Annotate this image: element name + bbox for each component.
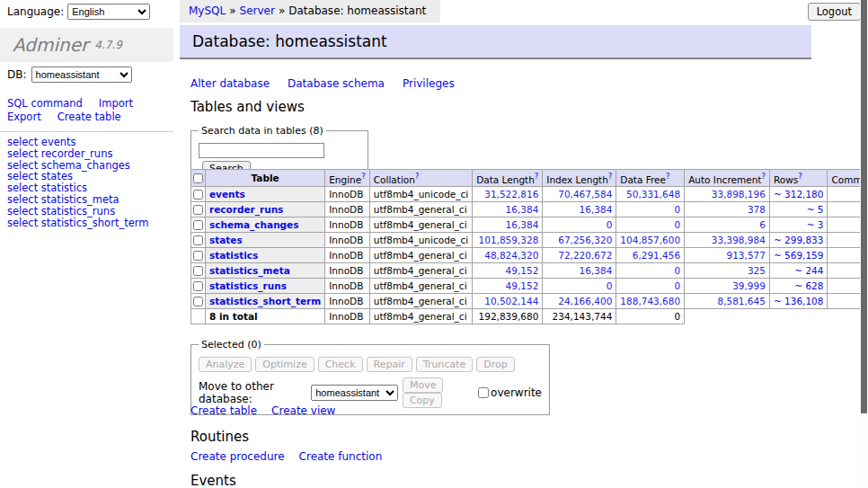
database-schema-link[interactable]: Database schema [288, 77, 385, 90]
row-checkbox[interactable] [193, 235, 203, 245]
row-checkbox[interactable] [193, 205, 203, 215]
language-row: Language:English [7, 4, 150, 20]
select-all-checkbox[interactable] [193, 173, 203, 183]
table-link[interactable]: events [209, 189, 245, 200]
create-table-link[interactable]: Create table [190, 404, 257, 417]
column-help-link[interactable]: ? [608, 172, 613, 181]
column-help-link[interactable]: ? [361, 172, 366, 181]
tables-section-title: Tables and views [190, 99, 305, 115]
rows-count-link[interactable]: ~ 136,108 [774, 296, 824, 306]
rows-count-link[interactable]: ~ 299,833 [774, 235, 824, 245]
drop-button[interactable]: Drop [476, 357, 514, 372]
table-link[interactable]: statistics [209, 250, 258, 261]
overwrite-checkbox[interactable] [478, 387, 489, 398]
privileges-link[interactable]: Privileges [403, 77, 455, 90]
app-version: 4.7.9 [94, 39, 122, 51]
engine-cell: InnoDB [325, 217, 370, 233]
rows-count-link[interactable]: ~ 628 [794, 280, 823, 291]
table-link[interactable]: states [209, 235, 243, 245]
search-input[interactable] [199, 143, 324, 158]
analyze-button[interactable]: Analyze [199, 357, 252, 372]
sql-command-link[interactable]: SQL command [7, 97, 83, 110]
column-header-data-free: Data Free? [616, 170, 685, 187]
language-label: Language: [7, 5, 64, 18]
sidebar-select-link[interactable]: select recorder_runs [7, 148, 148, 160]
index-length-cell: 24,166,400 [543, 294, 616, 309]
table-row: recorder_runsInnoDButf8mb4_general_ci16,… [191, 202, 868, 217]
row-checkbox[interactable] [193, 220, 203, 230]
language-select[interactable]: English [67, 4, 150, 20]
row-checkbox[interactable] [193, 297, 203, 306]
data-free-cell: 188,743,680 [616, 294, 685, 309]
rows-count-link[interactable]: ~ 312,180 [774, 189, 824, 200]
auto-increment-cell: 33,898,196 [685, 187, 770, 202]
row-checkbox[interactable] [193, 190, 203, 200]
app-logo: Adminer 4.7.9 [0, 28, 173, 62]
create-view-link[interactable]: Create view [271, 404, 335, 417]
column-help-link[interactable]: ? [666, 172, 670, 181]
import-link[interactable]: Import [99, 97, 133, 110]
copy-button[interactable]: Copy [403, 393, 442, 408]
export-link[interactable]: Export [7, 111, 41, 123]
optimize-button[interactable]: Optimize [255, 357, 314, 372]
data-length-cell: 49,152 [473, 263, 543, 279]
row-checkbox[interactable] [193, 251, 203, 261]
create-function-link[interactable]: Create function [299, 450, 383, 463]
breadcrumb-link-server[interactable]: Server [240, 4, 275, 17]
index-length-cell: 72,220,672 [543, 248, 616, 263]
events-section-title: Events [190, 473, 236, 488]
auto-increment-cell: 325 [685, 263, 770, 279]
row-checkbox[interactable] [193, 281, 203, 291]
engine-cell: InnoDB [325, 294, 370, 309]
breadcrumb-current: Database: homeassistant [288, 4, 426, 17]
create-procedure-link[interactable]: Create procedure [190, 450, 285, 463]
column-help-link[interactable]: ? [798, 172, 802, 181]
vertical-scrollbar[interactable] [860, 0, 868, 488]
data-free-cell: 6,291,456 [616, 248, 685, 263]
overwrite-option: overwrite [478, 386, 542, 399]
index-length-cell: 16,384 [543, 202, 616, 217]
sidebar-select-link[interactable]: select statistics_runs [7, 206, 148, 217]
row-checkbox[interactable] [193, 266, 203, 276]
rows-count-link[interactable]: ~ 3 [807, 219, 824, 230]
sidebar-select-link[interactable]: select statistics_short_term [7, 217, 148, 229]
rows-count-link[interactable]: ~ 569,159 [774, 250, 824, 261]
scrollbar-thumb[interactable] [861, 0, 867, 413]
repair-button[interactable]: Repair [367, 357, 412, 372]
search-legend: Search data in tables (8) [199, 125, 326, 137]
column-help-link[interactable]: ? [535, 172, 539, 181]
table-link[interactable]: statistics_short_term [209, 296, 321, 306]
rows-count-link[interactable]: ~ 5 [807, 204, 824, 215]
app-name: Adminer [13, 34, 88, 56]
column-header-collation: Collation? [369, 170, 472, 187]
create-table-sidebar-link[interactable]: Create table [58, 111, 121, 123]
table-total-row: 8 in totalInnoDButf8mb4_general_ci192,83… [191, 309, 868, 324]
logout-button[interactable]: Logout [808, 3, 861, 21]
table-link[interactable]: schema_changes [209, 219, 299, 230]
engine-cell: InnoDB [325, 233, 370, 248]
collation-cell: utf8mb4_general_ci [369, 279, 472, 294]
rows-count-link[interactable]: ~ 244 [794, 265, 823, 276]
data-length-cell: 101,859,328 [473, 233, 543, 248]
table-link[interactable]: recorder_runs [209, 204, 283, 215]
breadcrumb-link-mysql[interactable]: MySQL [189, 4, 226, 17]
tables-table: TableEngine?Collation?Data Length?Index … [190, 169, 868, 324]
sidebar-select-link[interactable]: select events [7, 137, 148, 148]
column-help-link[interactable]: ? [415, 172, 420, 181]
alter-database-link[interactable]: Alter database [190, 77, 270, 90]
table-link[interactable]: statistics_meta [209, 265, 290, 276]
sidebar-select-link[interactable]: select statistics_meta [7, 194, 148, 206]
check-button[interactable]: Check [318, 357, 363, 372]
auto-increment-cell: 39,999 [685, 279, 770, 294]
index-length-cell: 70,467,584 [543, 187, 616, 202]
column-help-link[interactable]: ? [761, 172, 766, 181]
data-free-cell: 0 [616, 202, 685, 217]
db-select[interactable]: homeassistant [31, 67, 132, 83]
table-header-row: TableEngine?Collation?Data Length?Index … [191, 170, 868, 187]
auto-increment-cell: 8,581,645 [685, 294, 770, 309]
truncate-button[interactable]: Truncate [416, 357, 473, 372]
table-link[interactable]: statistics_runs [209, 280, 287, 291]
column-header-auto-increment: Auto Increment? [685, 170, 770, 187]
move-button[interactable]: Move [403, 377, 444, 393]
move-db-select[interactable]: homeassistant [311, 385, 398, 401]
